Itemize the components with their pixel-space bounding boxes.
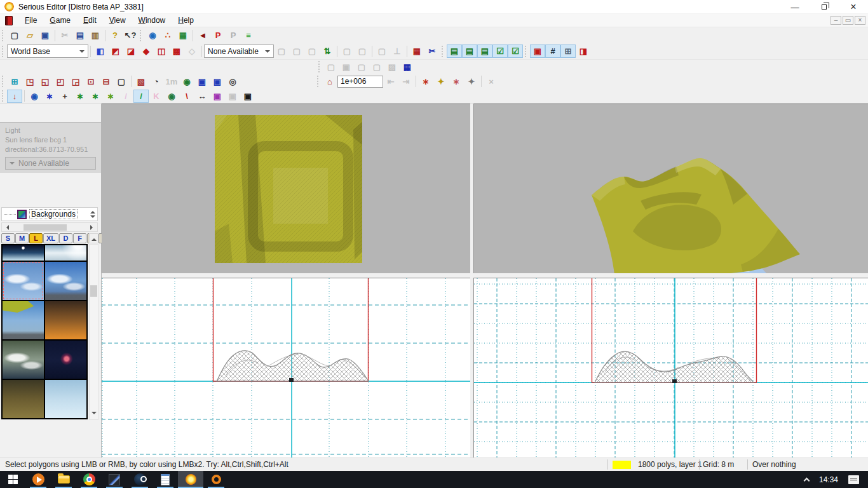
viewer-screen-2-button[interactable]: ▣ (210, 75, 225, 88)
clip-prev-button[interactable]: ⇤ (383, 75, 398, 88)
viewport-side-view[interactable] (473, 278, 868, 458)
taskbar-icon-chrome[interactable] (76, 471, 102, 488)
browser-horizontal-scrollbar[interactable] (1, 222, 98, 232)
csg-add-button[interactable]: ◩ (108, 44, 123, 58)
plain-brush-button[interactable]: ▢ (114, 75, 129, 88)
calc-selected-shadows-button[interactable]: ▢ (369, 60, 384, 74)
drop-primitive-button[interactable]: ◧ (93, 44, 108, 58)
paste-button[interactable]: ▥ (88, 29, 103, 42)
paste-shadows-button[interactable]: ▣ (339, 60, 354, 74)
snapshot-camera-button[interactable]: ◉ (179, 75, 194, 88)
measure-tape-button[interactable]: \ (179, 90, 194, 103)
stretch-mapping-button[interactable]: ▢ (374, 44, 390, 58)
select-by-class-button[interactable]: ∗ (72, 90, 88, 103)
viewport-front-view[interactable] (102, 278, 470, 458)
csg-join-sectors-button[interactable]: ▩ (169, 44, 184, 58)
clear-effects-button[interactable]: × (484, 75, 499, 88)
script-list-button[interactable]: ≡ (241, 29, 256, 42)
measure-1m-button[interactable]: 1m (164, 75, 179, 88)
box-select-purple-button[interactable]: ▣ (210, 90, 225, 103)
tree-scroll-up-icon[interactable] (90, 208, 95, 214)
taskbar-icon-notepad[interactable] (153, 471, 178, 488)
taskbar-icon-serious-sam[interactable] (203, 471, 229, 488)
context-help-button[interactable]: ↖? (123, 29, 138, 42)
spawn-effect-4-button[interactable]: ✦ (464, 75, 479, 88)
thumbnail-sky-pale-blue[interactable] (45, 380, 86, 418)
tree-item-backgrounds[interactable]: Backgrounds (29, 209, 78, 219)
vertex-snap-button[interactable]: # (545, 44, 560, 58)
cut-mapping-button[interactable]: ✂ (424, 44, 440, 58)
taskbar-icon-steam[interactable] (127, 471, 153, 488)
add-vertex-down-button[interactable]: ◱ (37, 75, 53, 88)
thumbnail-sky-blue-clouds[interactable] (45, 262, 86, 300)
world-palette-button[interactable]: ∴ (160, 29, 175, 42)
toolbar-grip[interactable] (2, 90, 4, 102)
texture-mode-1-button[interactable]: ▢ (289, 44, 304, 58)
link-mode-on-button[interactable]: / (133, 90, 149, 103)
physics-off-button[interactable]: P (226, 29, 241, 42)
checkered-texture-button[interactable]: ▦ (409, 44, 424, 58)
menu-edit[interactable]: Edit (77, 15, 103, 26)
menu-help[interactable]: Help (172, 15, 200, 26)
clip-next-button[interactable]: ⇥ (398, 75, 414, 88)
edit-shadows-button[interactable]: ▨ (384, 60, 400, 74)
mdi-close-button[interactable]: × (855, 16, 865, 25)
thumbnail-sky-sunset-orange[interactable] (45, 301, 86, 339)
scroll-right-icon[interactable] (90, 225, 95, 230)
minimize-button[interactable]: — (780, 0, 810, 14)
copy-mapping-button[interactable]: ▢ (339, 44, 355, 58)
toolbar-grip[interactable] (2, 76, 4, 87)
mdi-minimize-button[interactable]: – (831, 16, 841, 25)
add-vertex-up-button[interactable]: ◳ (22, 75, 37, 88)
thumbs-scroll-down-button[interactable] (90, 410, 97, 419)
center-mapping-button[interactable]: ⊥ (390, 44, 405, 58)
show-layer-3-button[interactable]: ▤ (477, 44, 492, 58)
browser-tree[interactable]: Backgrounds (1, 207, 98, 221)
taskbar-icon-photo-viewer[interactable] (102, 471, 127, 488)
thumbnail-sky-radial-clouds[interactable] (3, 262, 44, 300)
thumbnail-sky-storm-clouds[interactable] (3, 341, 44, 379)
menu-game[interactable]: Game (43, 15, 77, 26)
shadow-display-button[interactable]: ▦ (400, 60, 415, 74)
taskbar-icon-start[interactable] (0, 471, 25, 488)
horizontal-scroll-thumb[interactable] (24, 224, 67, 231)
viewport-top-view[interactable] (102, 104, 470, 273)
brush-handle[interactable] (289, 378, 294, 382)
toolbar-grip[interactable] (2, 46, 4, 57)
toolbar-grip[interactable] (442, 46, 444, 57)
viewport-perspective[interactable] (473, 104, 868, 273)
thumbnail-sky-dusk-olive[interactable] (3, 380, 44, 418)
select-by-name-button[interactable]: ∗ (88, 90, 103, 103)
copy-button[interactable]: ▤ (72, 29, 88, 42)
drop-to-floor-button[interactable]: ↓ (7, 90, 22, 103)
show-layer-2-button[interactable]: ▤ (462, 44, 477, 58)
world-grid-button[interactable]: ⊞ (7, 75, 22, 88)
tray-chevron-icon[interactable] (804, 477, 810, 484)
texture-mode-2-button[interactable]: ▢ (304, 44, 320, 58)
calc-shadows-button[interactable]: ▢ (354, 60, 369, 74)
new-world-button[interactable]: ▢ (7, 29, 22, 42)
selection-combo[interactable]: None Available (5, 157, 96, 170)
render-preview-button[interactable]: ▧ (133, 75, 149, 88)
toolbar-grip[interactable] (140, 30, 142, 41)
notification-center-icon[interactable] (848, 475, 859, 484)
size-button-m[interactable]: M (15, 233, 29, 243)
size-button-xl[interactable]: XL (43, 233, 58, 243)
active-color-swatch[interactable] (613, 461, 631, 469)
restore-button[interactable] (810, 0, 839, 14)
taskbar-icon-serious-editor[interactable] (178, 471, 203, 488)
mdi-restore-button[interactable]: ▭ (843, 16, 853, 25)
size-button-s[interactable]: S (1, 233, 15, 243)
menu-window[interactable]: Window (132, 15, 172, 26)
primitive-combo[interactable]: World Base (7, 44, 88, 58)
thumbnail-sky-green-overlay[interactable] (3, 301, 44, 339)
taskbar-clock[interactable]: 14:34 (819, 475, 838, 484)
csg-remove-button[interactable]: ◆ (139, 44, 154, 58)
viewer-screen-1-button[interactable]: ▣ (194, 75, 210, 88)
sound-toggle-button[interactable]: ◄ (195, 29, 210, 42)
csg-split-sectors-button[interactable]: ◫ (154, 44, 169, 58)
size-button-l[interactable]: L (29, 233, 43, 243)
taskbar-icon-media-player[interactable] (25, 471, 51, 488)
grid-toggle-button[interactable]: ⊞ (560, 44, 576, 58)
toolbar-grip[interactable] (2, 30, 4, 41)
